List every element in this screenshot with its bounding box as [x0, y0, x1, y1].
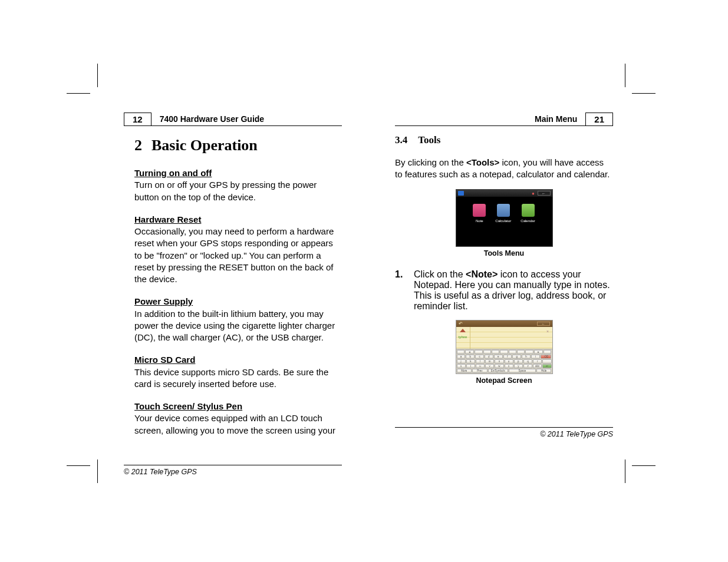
subsection-body: Your device comes equipped with an LCD t…: [134, 412, 342, 437]
keyboard-key: q: [523, 359, 532, 363]
keyboard-key: [509, 350, 516, 354]
tool-item-calendar: Calendar: [521, 204, 535, 223]
step-1: 1. Click on the <Note> icon to access yo…: [395, 269, 613, 312]
keyboard-key: l: [476, 359, 485, 363]
keyboard-key: i: [531, 355, 540, 359]
keyboard-key: ◄: [465, 350, 475, 354]
keyboard-key: f: [503, 355, 512, 359]
header-title-right: Main Menu: [535, 114, 577, 124]
keyboard-key: [517, 350, 525, 354]
back-arrow-icon: ←: [538, 191, 551, 196]
note-icon: [473, 204, 486, 217]
tool-label: Note: [473, 219, 486, 223]
keyboard-key: o: [505, 359, 513, 363]
tools-menu-screenshot: ● ← NoteCalculatorCalendar: [456, 189, 553, 247]
keyboard-key: [483, 350, 491, 354]
step-body: Click on the <Note> icon to access your …: [414, 269, 613, 312]
subsection-heading: Touch Screen/ Stylus Pen: [134, 401, 342, 412]
subsection-body: Occasionally, you may need to perform a …: [134, 226, 342, 285]
calendar-icon: [522, 204, 535, 217]
keyboard-key: m: [485, 359, 494, 363]
keyboard-key: En/Symbols: [488, 369, 508, 373]
back-arrow-icon: ←: [537, 322, 550, 326]
step-number: 1.: [395, 269, 414, 312]
keyboard-key: g: [512, 355, 521, 359]
keyboard-key: [542, 359, 551, 363]
tool-label: Calculator: [495, 219, 511, 223]
keyboard-key: r: [533, 359, 542, 363]
keyboard-key: d: [485, 355, 493, 359]
keyboard-key: t: [466, 364, 475, 368]
tool-label: Calendar: [521, 219, 535, 223]
section-number: 3.4: [395, 134, 407, 146]
chapter-title: Basic Operation: [151, 137, 258, 154]
keyboard-key: ⌫: [541, 355, 552, 359]
undo-icon: ↶: [459, 321, 463, 326]
keyboard-key: z: [523, 364, 532, 368]
calculator-icon: [497, 204, 510, 217]
chapter-number: 2: [134, 137, 142, 154]
keyboard-key: k: [466, 359, 475, 363]
keyboard-key: x: [505, 364, 513, 368]
record-icon: ●: [531, 191, 536, 196]
up-triangle-icon: [460, 329, 466, 332]
section-heading: 3.4Tools: [395, 134, 613, 146]
subsection: Power SupplyIn addition to the built-in …: [134, 296, 342, 343]
keyboard-key: [525, 350, 533, 354]
keyboard-key: s: [457, 364, 466, 368]
keyboard-key: a: [457, 355, 466, 359]
page-right: Main Menu 21 3.4Tools By clicking on the…: [395, 112, 613, 476]
intro-paragraph: By clicking on the <Tools> icon, you wil…: [395, 157, 613, 181]
page-number-left: 12: [124, 113, 151, 126]
keyboard-key: y: [514, 364, 523, 368]
keyboard-key: w: [495, 364, 503, 368]
subsection: Turning on and off Turn on or off your G…: [134, 167, 342, 203]
page-left: 12 7400 Hardware User Guide 2Basic Opera…: [124, 112, 342, 476]
header-title-left: 7400 Hardware User Guide: [160, 114, 264, 124]
page-header-right: Main Menu 21: [395, 112, 613, 126]
keyboard-key: j: [457, 359, 466, 363]
figure-notepad: ↶ ← tyhnn × ◄►abcdefghi⌫jklmnopqrstuvwxy…: [395, 320, 613, 385]
figure-caption-2: Notepad Screen: [395, 376, 613, 385]
keyboard-key: n: [495, 359, 503, 363]
keyboard-key: p: [514, 359, 523, 363]
subsection-body: In addition to the built-in lithium batt…: [134, 308, 342, 344]
keyboard: ◄►abcdefghi⌫jklmnopqrstuvwxyzabc↵MorePre…: [456, 349, 552, 373]
subsection-heading: Power Supply: [134, 296, 342, 308]
keyboard-key: More: [457, 369, 472, 373]
subsection-body: This device supports micro SD cards. Be …: [134, 366, 342, 391]
footer-left: © 2011 TeleType GPS: [124, 465, 342, 476]
tool-item-calculator: Calculator: [495, 204, 511, 223]
home-icon: [458, 191, 464, 196]
page-header-left: 12 7400 Hardware User Guide: [124, 112, 342, 126]
keyboard-key: abc: [533, 364, 542, 368]
subsection-heading: Micro SD Card: [134, 354, 342, 366]
subsection-heading: Hardware Reset: [134, 214, 342, 226]
keyboard-key: Prev: [472, 369, 487, 373]
keyboard-key: Space: [509, 369, 536, 373]
subsection: Touch Screen/ Stylus PenYour device come…: [134, 401, 342, 437]
subsection-heading: Turning on and off: [134, 167, 342, 179]
keyboard-key: [543, 350, 551, 354]
tool-item-note: Note: [473, 204, 486, 223]
keyboard-key: h: [522, 355, 531, 359]
figure-caption-1: Tools Menu: [395, 249, 613, 257]
keyboard-key: [457, 350, 465, 354]
figure-tools-menu: ● ← NoteCalculatorCalendar Tools Menu: [395, 189, 613, 257]
keyboard-key: b: [466, 355, 475, 359]
keyboard-key: u: [476, 364, 485, 368]
section-title: Tools: [418, 134, 440, 146]
keyboard-key: [475, 350, 482, 354]
page-number-right: 21: [585, 113, 613, 126]
notepad-screenshot: ↶ ← tyhnn × ◄►abcdefghi⌫jklmnopqrstuvwxy…: [456, 320, 553, 374]
keyboard-key: ↵: [542, 364, 551, 368]
keyboard-key: [492, 350, 499, 354]
keyboard-key: Hide: [536, 369, 552, 373]
notepad-side-label: tyhnn: [459, 335, 467, 339]
keyboard-key: v: [485, 364, 494, 368]
footer-right: © 2011 TeleType GPS: [395, 427, 613, 438]
keyboard-key: ►: [534, 350, 543, 354]
subsection: Hardware ResetOccasionally, you may need…: [134, 214, 342, 286]
keyboard-key: [500, 350, 508, 354]
close-icon: ×: [546, 329, 550, 333]
